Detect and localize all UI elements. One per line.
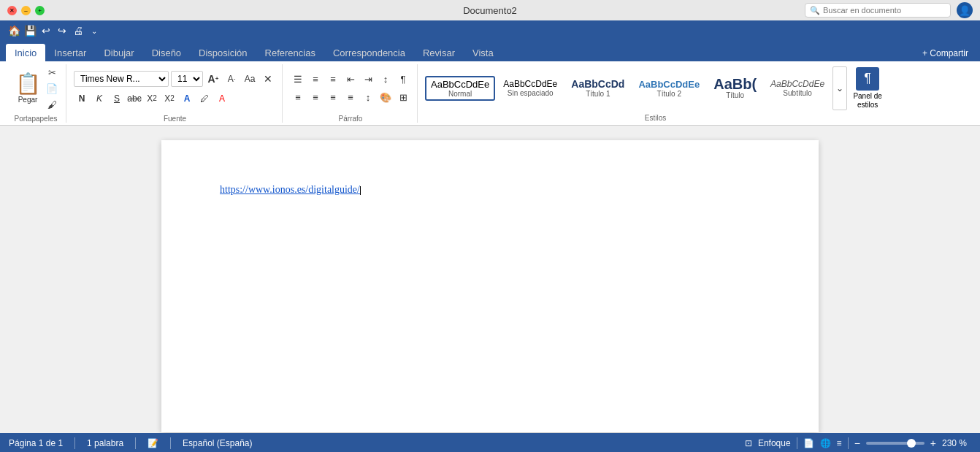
language: Español (España) [183,438,252,448]
minimize-button[interactable]: – [21,6,31,15]
strikethrough-button[interactable]: abc [126,91,142,107]
tab-revisar[interactable]: Revisar [414,44,464,61]
title-bar-right: 🔍 👤 [805,2,973,18]
text-effects-button[interactable]: A [179,91,195,107]
font-family-select[interactable]: Times New R... [74,71,169,87]
share-button[interactable]: + Compartir [916,45,974,61]
divider2 [135,437,136,449]
ribbon: 📋 Pegar ✂ 📄 🖌 Portapapeles Times New R..… [0,61,980,126]
close-button[interactable]: ✕ [7,6,17,15]
panel-estilos-button[interactable]: ¶ Panel de estilos [849,64,886,112]
focus-icon[interactable]: ⊡ [745,438,752,448]
tab-vista[interactable]: Vista [464,44,502,61]
change-case-button[interactable]: Aa [242,71,258,87]
multilevel-list-button[interactable]: ≡ [325,72,341,88]
increase-indent-button[interactable]: ⇥ [360,72,376,88]
bold-button[interactable]: N [74,91,90,107]
numbered-list-button[interactable]: ≡ [307,72,324,88]
search-input[interactable] [823,6,946,15]
line-spacing-button[interactable]: ↕ [360,90,376,106]
decrease-indent-button[interactable]: ⇤ [342,72,359,88]
underline-button[interactable]: S [109,91,125,107]
clear-format-button[interactable]: ✕ [260,71,276,87]
bullets-button[interactable]: ☰ [290,72,306,88]
tab-diseno[interactable]: Diseño [143,44,190,61]
maximize-button[interactable]: + [35,6,45,15]
style-sin-espaciado[interactable]: AaBbCcDdEe Sin espaciado [497,76,563,100]
styles-box: AaBbCcDdEe Normal AaBbCcDdEe Sin espacia… [425,64,886,112]
view-print-icon[interactable]: 📄 [803,438,814,448]
borders-button[interactable]: ⊞ [395,90,411,106]
more-styles-button[interactable]: ⌄ [832,66,847,110]
justify-button[interactable]: ≡ [342,90,359,106]
paste-icon: 📋 [15,74,41,94]
superscript-button[interactable]: X2 [161,91,177,107]
italic-button[interactable]: K [91,91,107,107]
tab-dibujar[interactable]: Dibujar [95,44,142,61]
paste-label: Pegar [18,96,38,104]
copy-button[interactable]: 📄 [44,81,60,96]
style-titulo2[interactable]: AaBbCcDdEe Título 2 [632,76,705,101]
document-area: https://www.ionos.es/digitalguide/ [0,126,980,433]
save-icon[interactable]: 💾 [22,23,38,39]
user-account-button[interactable]: 👤 [957,2,973,18]
view-outline-icon[interactable]: ≡ [837,438,842,448]
tab-referencias[interactable]: Referencias [256,44,324,61]
para-row1: ☰ ≡ ≡ ⇤ ⇥ ↕ ¶ [290,72,411,88]
font-size-select[interactable]: 11 [171,71,203,87]
zoom-out-button[interactable]: − [854,437,860,449]
style-titulo[interactable]: AaBb( Título [708,74,762,102]
align-right-button[interactable]: ≡ [325,90,341,106]
status-bar: Página 1 de 1 1 palabra 📝 Español (Españ… [0,433,980,452]
document-title: Documento2 [463,5,517,16]
home-icon[interactable]: 🏠 [6,23,22,39]
zoom-level[interactable]: 230 % [942,438,971,448]
user-icon: 👤 [959,5,971,16]
tab-inicio[interactable]: Inicio [6,44,45,61]
panel-estilos-icon: ¶ [856,67,879,91]
increase-font-button[interactable]: A+ [205,71,221,87]
style-sub-preview: AaBbCcDdEe [770,79,824,89]
style-titulo1[interactable]: AaBbCcDd Título 1 [565,75,630,101]
divider1 [74,437,75,449]
zoom-in-button[interactable]: + [930,437,936,449]
paragraph-controls: ☰ ≡ ≡ ⇤ ⇥ ↕ ¶ ≡ ≡ ≡ ≡ ↕ 🎨 ⊞ [290,64,411,113]
paragraph-group: ☰ ≡ ≡ ⇤ ⇥ ↕ ¶ ≡ ≡ ≡ ≡ ↕ 🎨 ⊞ Párrafo [284,64,418,123]
sort-button[interactable]: ↕ [378,72,394,88]
tab-correspondencia[interactable]: Correspondencia [324,44,414,61]
view-web-icon[interactable]: 🌐 [820,438,831,448]
divider4 [797,437,797,449]
search-box[interactable]: 🔍 [805,3,951,18]
document-link[interactable]: https://www.ionos.es/digitalguide/ [220,184,360,195]
style-titulo-preview: AaBb( [713,77,757,91]
show-formatting-button[interactable]: ¶ [395,72,411,88]
align-center-button[interactable]: ≡ [307,90,324,106]
undo-icon[interactable]: ↩ [38,23,54,39]
paste-button[interactable]: 📋 Pegar [12,65,44,112]
style-normal[interactable]: AaBbCcDdEe Normal [425,76,495,101]
font-group-label: Fuente [164,115,186,123]
tab-disposicion[interactable]: Disposición [190,44,256,61]
align-left-button[interactable]: ≡ [290,90,306,106]
ribbon-tabs: Inicio Insertar Dibujar Diseño Disposici… [0,41,980,61]
zoom-slider[interactable] [866,442,925,445]
format-row: N K S abc X2 X2 A 🖊 A [74,91,276,107]
style-subtitulo[interactable]: AaBbCcDdEe Subtítulo [765,76,830,100]
subscript-button[interactable]: X2 [144,91,160,107]
font-color-button[interactable]: A [214,91,230,107]
decrease-font-button[interactable]: A- [223,71,240,87]
redo-icon[interactable]: ↪ [54,23,70,39]
traffic-lights: ✕ – + [7,6,45,15]
page-count: Página 1 de 1 [9,438,63,448]
highlight-button[interactable]: 🖊 [196,91,213,107]
divider5 [848,437,849,449]
tab-insertar[interactable]: Insertar [45,44,95,61]
spelling-icon[interactable]: 📝 [148,438,158,448]
document-paragraph: https://www.ionos.es/digitalguide/ [220,184,760,196]
cut-button[interactable]: ✂ [44,65,60,80]
print-icon[interactable]: 🖨 [70,23,86,39]
format-painter-button[interactable]: 🖌 [44,97,60,112]
shading-button[interactable]: 🎨 [378,90,394,106]
status-right: ⊡ Enfoque 📄 🌐 ≡ − + 230 % [745,437,971,449]
customize-icon[interactable]: ⌄ [86,23,102,39]
